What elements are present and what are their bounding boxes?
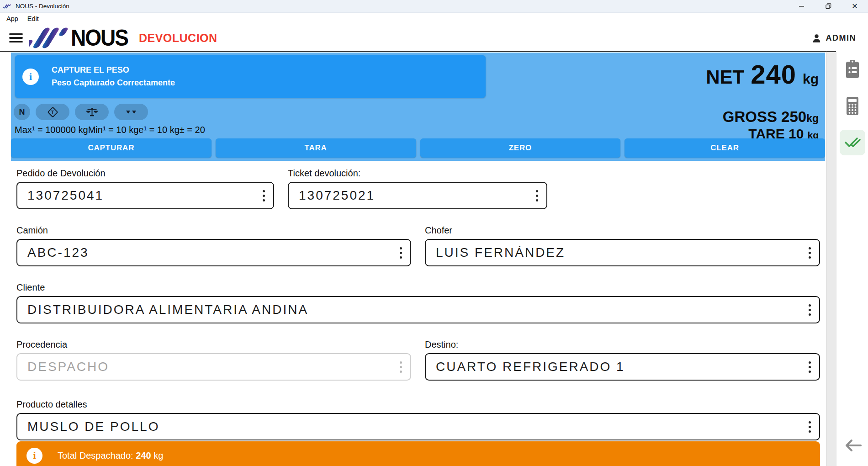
destino-field: Destino: CUARTO REFRIGERADO 1 (425, 339, 820, 381)
app-logo-icon (3, 2, 11, 11)
brand-name: NOUS (71, 26, 128, 49)
right-toolbar (836, 52, 868, 466)
menubar: App Edit (0, 13, 868, 25)
kebab-icon[interactable] (809, 360, 811, 374)
gross-weight-display: GROSS 250kg (723, 108, 819, 126)
procedencia-input: DESPACHO (16, 353, 411, 381)
hamburger-icon[interactable] (9, 33, 23, 43)
kebab-icon[interactable] (809, 303, 811, 317)
ticket-label: Ticket devolución: (288, 168, 547, 178)
calculator-icon[interactable] (843, 95, 862, 116)
brand-logo: NOUS (29, 27, 128, 48)
alert-title: CAPTURE EL PESO (52, 65, 175, 75)
metrology-info: Max¹ = 100000 kgMin¹ = 10 kge¹ = 10 kg± … (15, 125, 205, 135)
kebab-icon[interactable] (400, 246, 402, 259)
kebab-icon[interactable] (809, 420, 811, 434)
kebab-icon[interactable] (536, 189, 538, 202)
net-indicator[interactable]: N (14, 104, 30, 120)
producto-field: Producto detalles MUSLO DE POLLO (16, 399, 820, 440)
producto-label: Producto detalles (16, 399, 820, 409)
window-titlebar: NOUS - Devolución ✕ (0, 0, 868, 13)
ticket-field: Ticket devolución: 130725021 (288, 168, 547, 209)
clipboard-icon[interactable] (843, 59, 862, 79)
close-icon[interactable]: ✕ (842, 0, 868, 12)
kebab-icon[interactable] (263, 189, 265, 202)
camion-label: Camión (16, 225, 411, 235)
window-title: NOUS - Devolución (16, 3, 69, 10)
user-menu[interactable]: ADMIN (811, 33, 857, 43)
total-despachado-banner: i Total Despachado: 240 kg (16, 441, 820, 466)
pedido-label: Pedido de Devolución (16, 168, 274, 178)
destino-input[interactable]: CUARTO REFRIGERADO 1 (425, 353, 820, 381)
restore-icon[interactable] (815, 0, 842, 12)
app-logo-icon (29, 27, 71, 48)
window-controls: ✕ (789, 0, 868, 12)
info-icon: i (22, 69, 39, 85)
cliente-field: Cliente DISTRIBUIDORA ALIMENTARIA ANDINA (16, 282, 820, 323)
tara-button[interactable]: TARA (216, 138, 416, 158)
camion-field: Camión ABC-123 (16, 225, 411, 266)
cliente-label: Cliente (16, 282, 820, 292)
net-label: NET (706, 66, 744, 88)
capturar-button[interactable]: CAPTURAR (11, 138, 212, 158)
stable-weight-icon[interactable] (114, 104, 148, 120)
menu-app[interactable]: App (2, 15, 23, 22)
clear-button[interactable]: CLEAR (625, 138, 825, 158)
procedencia-label: Procedencia (16, 339, 411, 350)
procedencia-field: Procedencia DESPACHO (16, 339, 411, 381)
app-header: NOUS DEVOLUCION ADMIN (0, 25, 868, 51)
main-content: i CAPTURE EL PESO Peso Capturado Correct… (0, 51, 826, 466)
destino-label: Destino: (425, 339, 820, 350)
back-arrow-icon[interactable] (843, 438, 862, 453)
minimize-icon[interactable] (789, 0, 815, 12)
total-despachado-text: Total Despachado: 240 kg (58, 450, 163, 461)
scale-indicators: N T (14, 104, 148, 120)
net-value: 240 (751, 59, 796, 90)
page-title: DEVOLUCION (139, 32, 217, 45)
alert-subtitle: Peso Capturado Correctamente (52, 78, 175, 88)
ticket-input[interactable]: 130725021 (288, 182, 547, 209)
producto-input[interactable]: MUSLO DE POLLO (16, 413, 820, 440)
chofer-field: Chofer LUIS FERNÁNDEZ (425, 225, 820, 266)
confirm-button[interactable] (840, 130, 865, 155)
kebab-icon[interactable] (809, 246, 811, 259)
gross-label-value: GROSS 250 (723, 108, 806, 126)
weight-alert: i CAPTURE EL PESO Peso Capturado Correct… (15, 55, 486, 98)
user-icon (811, 33, 822, 43)
vertical-scrollbar[interactable] (826, 51, 836, 466)
info-icon: i (26, 448, 42, 464)
chofer-input[interactable]: LUIS FERNÁNDEZ (425, 239, 820, 266)
chofer-label: Chofer (425, 225, 820, 235)
pedido-input[interactable]: 130725041 (16, 182, 274, 209)
camion-input[interactable]: ABC-123 (16, 239, 411, 266)
scale-buttons: CAPTURAR TARA ZERO CLEAR (11, 138, 825, 158)
kebab-icon (400, 360, 402, 374)
user-name: ADMIN (826, 33, 857, 43)
scale-panel: i CAPTURE EL PESO Peso Capturado Correct… (11, 53, 825, 161)
gross-unit: kg (806, 112, 819, 125)
tare-preset-icon[interactable]: T (36, 104, 69, 120)
double-check-icon (844, 137, 861, 148)
menu-edit[interactable]: Edit (23, 15, 43, 22)
zero-button[interactable]: ZERO (420, 138, 621, 158)
cliente-input[interactable]: DISTRIBUIDORA ALIMENTARIA ANDINA (16, 296, 820, 323)
net-unit: kg (803, 71, 819, 87)
pedido-field: Pedido de Devolución 130725041 (16, 168, 274, 209)
net-weight-display: NET 240 kg (706, 59, 819, 90)
scale-icon[interactable] (75, 104, 109, 120)
